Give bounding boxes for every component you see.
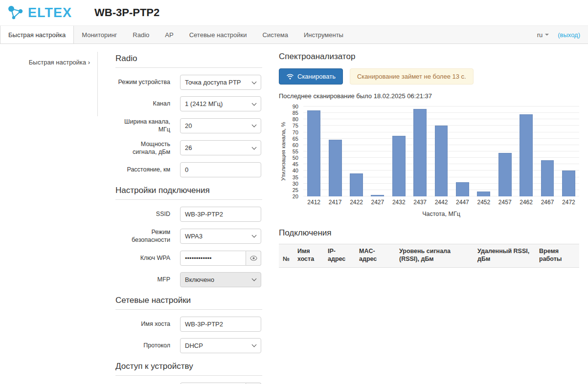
password-input[interactable] — [180, 383, 246, 384]
caret-down-icon — [545, 34, 549, 36]
bar-2432 — [392, 136, 406, 196]
y-tick-label: 35 — [293, 174, 298, 180]
settings-form: RadioРежим устройстваТочка доступа PTPКа… — [115, 52, 262, 384]
bar-slot — [537, 107, 558, 196]
connections-header-row: №Имя хостаIP-адресMAC-адресУровень сигна… — [279, 244, 579, 268]
device-mode-select[interactable]: Точка доступа PTP — [180, 75, 261, 90]
bar-slot — [324, 107, 345, 196]
device-mode-label: Режим устройства — [115, 78, 170, 86]
last-scan-text: Последнее сканирование было 18.02.2025 0… — [279, 92, 579, 100]
x-tick-label: 2437 — [409, 199, 430, 206]
form-section-1: Настройки подключенияSSIDРежим безопасно… — [115, 184, 262, 287]
connections-col-3: MAC-адрес — [355, 244, 395, 268]
bar-slot — [388, 107, 409, 196]
bar-slot — [473, 107, 494, 196]
chart-x-axis: 2412241724222427243224372442244724522457… — [303, 196, 579, 206]
section-title: Доступ к устройству — [115, 360, 262, 376]
security-mode-label: Режим безопасности — [115, 228, 170, 244]
hostname-input[interactable] — [180, 317, 261, 332]
mfp-label: MFP — [115, 276, 170, 283]
chart-y-axis: 908580757065605550454035302520 — [288, 107, 299, 196]
form-section-3: Доступ к устройствуПарольПодтверждение п… — [115, 360, 262, 384]
language-selector[interactable]: ru — [537, 26, 549, 43]
connections-col-2: IP-адрес — [324, 244, 355, 268]
form-field-channel: Канал1 (2412 МГц) — [115, 96, 262, 111]
x-tick-label: 2452 — [473, 199, 494, 206]
tab-quick-setup[interactable]: Быстрая настройка — [0, 26, 74, 43]
form-field-protocol: ПротоколDHCP — [115, 338, 262, 353]
mfp-select[interactable]: Включено — [180, 272, 261, 287]
show-password-button[interactable] — [246, 383, 261, 384]
hostname-label: Имя хоста — [115, 320, 170, 328]
sidebar: Быстрая настройка › — [0, 52, 98, 116]
distance-input[interactable] — [180, 162, 261, 177]
spectrum-title: Спектроанализатор — [279, 52, 579, 62]
security-mode-select[interactable]: WPA3 — [180, 229, 261, 244]
content: Быстрая настройка › RadioРежим устройств… — [0, 44, 588, 384]
form-field-distance: Расстояние, км — [115, 162, 262, 177]
show-wpa-key-button[interactable] — [246, 251, 261, 266]
eltex-logo-icon — [7, 4, 24, 21]
x-tick-label: 2442 — [430, 199, 452, 206]
y-tick-label: 85 — [293, 110, 298, 116]
tab-system[interactable]: Система — [255, 26, 296, 43]
scan-button[interactable]: Сканировать — [279, 68, 343, 85]
tab-tools[interactable]: Инструменты — [296, 26, 351, 43]
ssid-input[interactable] — [180, 207, 261, 222]
bar-2422 — [350, 173, 363, 196]
x-tick-label: 2427 — [367, 199, 388, 206]
section-title: Radio — [115, 52, 262, 68]
device-title: WB-3P-PTP2 — [94, 6, 159, 19]
channel-width-select[interactable]: 20 — [180, 118, 261, 133]
tab-network-settings[interactable]: Сетевые настройки — [181, 26, 255, 43]
scan-note: Сканирование займет не более 13 с. — [350, 68, 474, 85]
eltex-logo: eltex — [7, 4, 72, 21]
x-tick-label: 2432 — [388, 199, 409, 206]
bar-slot — [558, 107, 579, 196]
bar-slot — [516, 107, 537, 196]
bar-2417 — [329, 140, 342, 196]
chart-main: Утилизация канала, % 9085807570656055504… — [279, 107, 579, 196]
connections-col-4: Уровень сигнала (RSSI), дБм — [395, 244, 474, 268]
main-nav: Быстрая настройкаМониторингRadioAPСетевы… — [0, 25, 588, 44]
connections-col-6: Время работы — [535, 244, 579, 268]
wpa-key-label: Ключ WPA — [115, 254, 170, 262]
wpa-key-input[interactable] — [180, 251, 246, 266]
tab-ap[interactable]: AP — [157, 26, 181, 43]
x-tick-label: 2412 — [303, 199, 324, 206]
language-label: ru — [537, 31, 543, 39]
bar-slot — [495, 107, 516, 196]
logout-link[interactable]: (выход) — [558, 26, 580, 43]
protocol-select[interactable]: DHCP — [180, 338, 261, 353]
utilization-chart: Утилизация канала, % 9085807570656055504… — [279, 107, 579, 217]
page: eltex WB-3P-PTP2 Быстрая настройкаМонито… — [0, 0, 588, 384]
tab-radio[interactable]: Radio — [125, 26, 157, 43]
form-field-ssid: SSID — [115, 207, 262, 222]
y-tick-label: 60 — [293, 142, 298, 148]
form-field-hostname: Имя хоста — [115, 317, 262, 332]
ssid-label: SSID — [115, 210, 170, 218]
form-section-0: RadioРежим устройстваТочка доступа PTPКа… — [115, 52, 262, 177]
bar-2452 — [477, 192, 490, 197]
bar-2457 — [498, 153, 512, 196]
x-tick-label: 2462 — [516, 199, 537, 206]
bar-slot — [346, 107, 367, 196]
bar-slot — [409, 107, 430, 196]
chart-y-axis-title: Утилизация канала, % — [279, 107, 288, 196]
bar-2442 — [435, 126, 448, 196]
channel-select[interactable]: 1 (2412 МГц) — [180, 96, 261, 111]
bar-slot — [430, 107, 452, 196]
connections-title: Подключения — [279, 228, 579, 238]
x-tick-label: 2417 — [324, 199, 345, 206]
chart-plot — [303, 107, 579, 196]
y-tick-label: 65 — [293, 136, 298, 141]
bar-2467 — [541, 160, 554, 196]
y-tick-label: 50 — [293, 155, 298, 161]
nav-spacer — [351, 26, 537, 43]
breadcrumb[interactable]: Быстрая настройка › — [29, 59, 90, 66]
y-tick-label: 40 — [293, 168, 298, 173]
tab-monitoring[interactable]: Мониторинг — [74, 26, 125, 43]
y-tick-label: 70 — [293, 129, 298, 135]
bar-slot — [452, 107, 473, 196]
tx-power-select[interactable]: 26 — [180, 140, 261, 155]
